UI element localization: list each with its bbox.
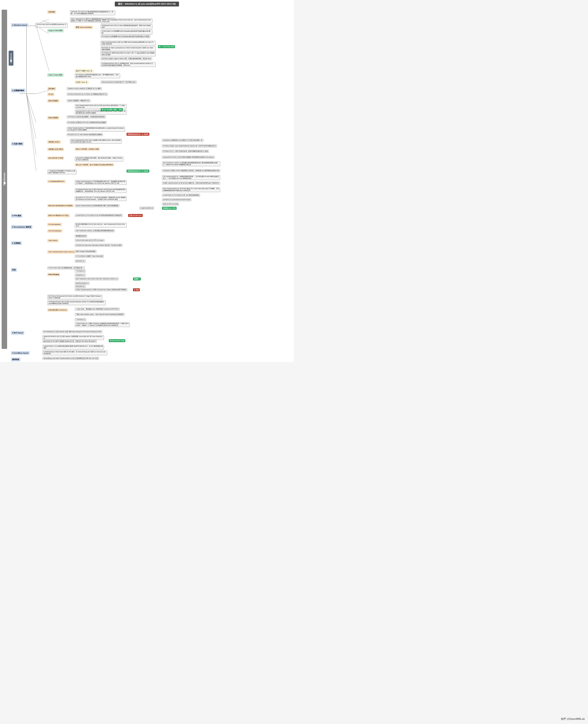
cait-node: * CaiT(2021.3): bbox=[75, 318, 86, 321]
page-title: 题目：Attention is all you need(NeurIPS 201… bbox=[115, 2, 179, 6]
cswin-pos-node: CSWin Transformer(2021.7): 包括深度卷积分在位移结合的… bbox=[67, 127, 125, 132]
global-window-node: 局部窗口注意力模式 bbox=[47, 148, 64, 151]
pe6-node: ResT(2021.5): Token Learner(2021.6): CSW… bbox=[101, 46, 155, 51]
other-node: 其他 bbox=[11, 268, 17, 272]
pe8-node: CeiT(2021.3)-提出 Image-to-Tokens 方案，先通过卷积… bbox=[101, 57, 152, 60]
pe3-node: T2T(ICLR2021.11)-采用重叠 Patch Embedding 修补… bbox=[101, 30, 152, 35]
pe2-node: TNT(NeurIPS 2021-2021.3): Patch 内部细粒度信息的… bbox=[101, 24, 152, 29]
attn-pos-node: Attention is all you need(2017.6) 典型的 Si… bbox=[67, 87, 102, 90]
gs-transformer-node: GS-Transformer(2021.6)-一种都好的两特定时期；一点中首先通… bbox=[162, 175, 220, 180]
avg-pool-node: 采用 Average Pooling 聚合输特 bbox=[75, 250, 96, 253]
layer-scale-node: * Layer-Scale 、整合融的 Norm 等级深度混 Transform… bbox=[75, 308, 120, 310]
fixed-token-node: 固定尺寸截图 Token 化 bbox=[75, 69, 93, 73]
cswin-attn-node: CSWin Transformer(2021.7)-不采用标准窗口划分方式，是由… bbox=[75, 180, 127, 185]
patch-merging-node: Patch Merging bbox=[47, 273, 60, 276]
image-to-token-node: Image to Token 模块 bbox=[47, 29, 63, 32]
conv-spatial-node: 引入卷积热的局部注意力 bbox=[47, 180, 65, 183]
post-norm2-node: 将整重复化处理 bbox=[75, 235, 87, 238]
attention-module-node: 3 注意力模块 bbox=[11, 142, 23, 145]
pe5-node: Early Convolutions(2021.4)-用 Conv 替换 Pat… bbox=[101, 41, 155, 45]
position-encoding-node: 2 位置编码模块 bbox=[11, 89, 25, 92]
pe1-node: 原重要 Patch Embedding ViT(ICLR 2021-2020-1… bbox=[101, 19, 152, 23]
pvtv2-pos-node: PVTv2(2021.6)-通过在 FPN 中引入等项有特有动态位置偏置 bbox=[67, 121, 107, 124]
learnable-pos-node: 学习式 bbox=[47, 93, 54, 96]
page-container: 题目：Attention is all you need(NeurIPS 201… bbox=[0, 0, 294, 362]
reduce-head-node: 减少全局注意力计算量 bbox=[47, 157, 64, 159]
svg-line-13 bbox=[26, 94, 36, 171]
training-strategy-node: 训练策略 bbox=[47, 11, 56, 14]
pvt-right-node: PVT(2021.6)-提出 Linear Spatial Reduction … bbox=[162, 145, 217, 147]
gap-cls-node: CVT-GAP(2021.2) 梯度于 Class Token 做法 bbox=[75, 255, 104, 258]
special-mlp-highlight: 等 Special MLP ≠方法 bbox=[109, 339, 125, 342]
fpn-standard-node: 标准 FPN 模块(和 MLP 结合) bbox=[47, 214, 69, 217]
pe9-node: ViTAE(NeurIPS2021-2021.4): 采用卷积方案，提出 Pyr… bbox=[101, 62, 155, 67]
reduce-kv-node: 降低 KV 空间维度，从而减少计算量 bbox=[75, 148, 100, 150]
fixed-pos-node: 固定编码 bbox=[47, 87, 56, 90]
svg-line-12 bbox=[26, 94, 36, 155]
cls-module-node: 6 分类模块 bbox=[11, 241, 22, 245]
rect-pm-node: ResT(2021.5): bbox=[75, 285, 86, 288]
longformer-node: LongFormer(2020.4) bbox=[140, 207, 154, 209]
tokenlearner-node: TokenLearner(2021.6)-动态生成小于 V 的可视化 token bbox=[101, 81, 136, 83]
svg-line-10 bbox=[26, 94, 36, 123]
efficient-qkv-node: 通过 QKV 空间维度，减少计算量但可以实现全局精华能功 bbox=[75, 163, 114, 166]
svg-line-5 bbox=[43, 21, 49, 23]
main-node-label: 视觉 Transformer bbox=[2, 10, 7, 349]
svg-line-4 bbox=[43, 19, 49, 21]
vituiclr-perf-node: ViTICLR 2021-2020-10)-是继续特征组，这于整地不多一 bbox=[47, 266, 85, 269]
svg-line-9 bbox=[36, 90, 49, 94]
pe4-node: PVTv2(2021.6)-采用重叠 Patch Embedding 修补此类不… bbox=[101, 35, 150, 38]
twins-right-node: Twins(2021.4)-两阶段的 GSA 和线性 PVT 的官方组合维度一样 bbox=[162, 139, 203, 142]
gmlp-node: gMLP(2021.5)-引入基于门控制的 Spatial MLP 层，当然允许… bbox=[43, 340, 97, 343]
attention-based-node: 1 Attention-based bbox=[11, 23, 28, 27]
swin-transformer-tree: Swin Transformer v2(2021.11)-更清通过改终整整转数强… bbox=[162, 162, 220, 166]
sparse-transformer-node: Sparse Transformer(2019.4)-标准的整体而力集中上面引用… bbox=[75, 204, 119, 207]
class-tokens-node: Class Tokens bbox=[47, 239, 59, 242]
dynamic-pos-node: 绝对位置编码 bbox=[47, 116, 59, 119]
sparse-attn-node: 模块注意力(标准密度相关大区域相联) bbox=[47, 204, 74, 207]
other-transformer-node: 处理注解完整的 Transformer bbox=[47, 308, 68, 311]
metaformer-pm-node: MetaFormer(2021.1) bbox=[75, 282, 89, 285]
fpn-module-node: 5 FPN 模块 bbox=[11, 214, 22, 217]
class-token-detail-node: ViTICLR 2021-2020-10)-引入字节 CLS token bbox=[75, 239, 104, 242]
cswin-pm-node: CSWin Transformer(2021.7)-采用 3x3 kernel … bbox=[75, 288, 127, 291]
vitae-pm-node: ViTAE(NeurIPS2021-2021.6)-提出 Pyramid Red… bbox=[47, 300, 106, 305]
psvit-token-node: PS-ViT(2021.6)-采用共享对象标签 token，将不重叠区域划分，可… bbox=[75, 74, 120, 78]
vituiclr-pos-node: ViTUICLR 2020-2020-10), PVT(2021.2) 学我能适… bbox=[67, 93, 108, 96]
training-detail1-node: DeiT(ICML 2021-2020-12)-通过数据增强及知识蒸馏训练纯 V… bbox=[70, 11, 115, 15]
ceit-local-node: CeiT(2021.3)-Local-enhanced Feed-Forward bbox=[162, 198, 191, 201]
convmixer-node: 3 ConvMixer-based bbox=[11, 351, 29, 355]
vitae-attn-node: ViTAE(NeurIPS2021-2021.3)-提出 Reduction c… bbox=[75, 188, 127, 193]
mindmap-area: 1 Attention-based ViTICLR 2021-2020-10)-… bbox=[10, 10, 292, 349]
norm-module-node: 5 Normalization 模块层 bbox=[11, 225, 32, 229]
mvitv1-reduce-node: Twins(2021.5)-是接近注意力模块，减少全局注意力模块，并减少 Win… bbox=[75, 157, 123, 161]
svg-line-7 bbox=[36, 26, 49, 71]
post-norm-node: Post Normalization bbox=[47, 229, 62, 233]
patch-embedding-main-node: 重要 Patch Embedding bbox=[75, 26, 93, 29]
swin-pm-node: Swin Transformer v1(ICCV2021.3) 和 Swin T… bbox=[75, 278, 119, 280]
resmlp-node: ResMLP(CVPR2021.2021.5)-文是 Attention, 但使… bbox=[43, 335, 104, 340]
mvitv1-right-node: Improved MVITv12021.12)-对计相对位置编码 和内部降维注意… bbox=[162, 156, 215, 159]
convmixer-detail-node: ConvMixer(2021.0) Token-Mixer 使用 3D DW 卷… bbox=[43, 350, 107, 355]
elsa-node: ELSA(2021.12)- 泛头 SW 广 LSA 和 DW 来关联的，将相应… bbox=[75, 196, 127, 201]
adaptive-token-node: 自适应 Token 化 bbox=[75, 81, 88, 84]
relative-pos-learn-node: relative 位置编码=一般逐步学习立 bbox=[67, 99, 90, 102]
class-attn-node: * 整合 Class-Attention Layers、Class Token … bbox=[75, 313, 124, 316]
mlp-highlight: 等类更多 MLP 方法 bbox=[162, 207, 176, 210]
need-more-highlight: 等类更多适合的方法！★ 适合的 bbox=[127, 133, 149, 136]
rect-cls-node: ResT(2021.5): bbox=[75, 260, 86, 262]
window-attn-node: 局部窗口注意力 bbox=[47, 141, 61, 144]
pm-highlight2: ★ 适合 bbox=[133, 288, 140, 291]
p2t-right-node: P2T(2021.6)-引入一种学习信息当你在, 在更外情量的问题分析 KV 组… bbox=[162, 150, 209, 153]
cvt-token-node: CeiT(2021.5)-Layer-wise Class-token Atte… bbox=[75, 244, 123, 247]
pm-highlight1: 更重要！ bbox=[133, 278, 141, 280]
pe7-node: PS-ViT(2021.6): 采用 ResNet 外的 Conv Stem +… bbox=[101, 52, 155, 56]
demystifying-node: Demystifying Local Vision Transformer(20… bbox=[43, 357, 99, 360]
important-highlight1: 等类更多适合的方法！★ 适合的 bbox=[127, 169, 149, 173]
relative-pos-node: 相对位置编码 bbox=[47, 99, 59, 102]
pre-norm-node: Pre Normalization bbox=[47, 223, 62, 226]
vit-detail-node: ViTICLR 2021-2020-10)-使用纯Transformer 引入 bbox=[35, 23, 68, 28]
msg-transformer-node: MSG-Transformer(2021.5): 使 W-MSA 最成上引入 M… bbox=[162, 187, 220, 192]
dw-conv-highlight: 等 3x3 DW 卷积 = 卷积 ← 适合 bbox=[101, 108, 123, 111]
post-norm-detail-node: Swin Transformer v2(2021.11)-更清通过改终整整转数强… bbox=[75, 229, 114, 232]
